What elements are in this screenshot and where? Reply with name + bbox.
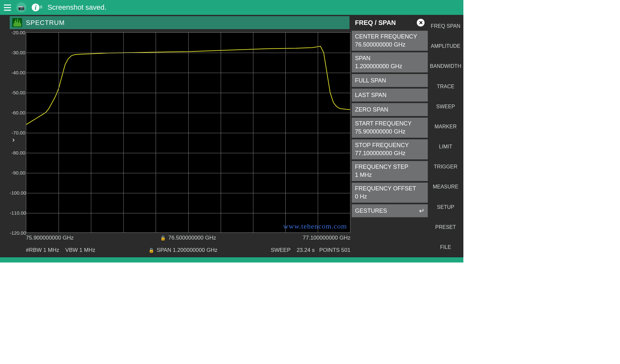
panel-item-center-frequency[interactable]: CENTER FREQUENCY 76.500000000 GHz: [352, 31, 428, 51]
label: FULL SPAN: [355, 77, 386, 84]
panel-item-zero-span[interactable]: ZERO SPAN: [352, 103, 428, 116]
plot[interactable]: www.tehencom.com: [26, 32, 350, 233]
y-tick: -70.00: [10, 130, 25, 135]
y-tick: -60.00: [10, 110, 25, 115]
label: ZERO SPAN: [355, 106, 388, 113]
label: SPAN: [355, 55, 425, 62]
spectrum-icon: [12, 18, 22, 27]
y-tick: -80.00: [10, 150, 25, 155]
panel-title: FREQ / SPAN: [355, 19, 396, 27]
info-badge[interactable]: i 6: [32, 4, 42, 11]
value: 1.200000000 GHz: [355, 63, 425, 70]
panel-item-frequency-step[interactable]: FREQUENCY STEP 1 MHz: [352, 161, 428, 181]
chart-title-bar: SPECTRUM: [10, 16, 349, 29]
panel-item-gestures[interactable]: GESTURES ↵: [352, 204, 428, 217]
bottom-bar: [0, 257, 463, 262]
panel-item-stop-frequency[interactable]: STOP FREQUENCY 77.100000000 GHz: [352, 139, 428, 159]
menu-item-measure[interactable]: MEASURE: [428, 181, 463, 193]
screenshot-button[interactable]: 📷: [16, 2, 27, 13]
toast-message: Screenshot saved.: [48, 3, 106, 12]
x-axis-labels: 75.900000000 GHz 🔒 76.500000000 GHz 77.1…: [26, 235, 350, 241]
menu-item-setup[interactable]: SETUP: [428, 201, 463, 213]
label: CENTER FREQUENCY: [355, 33, 425, 40]
menu-item-sweep[interactable]: SWEEP: [428, 101, 463, 113]
status-sweep-points: SWEEP 23.24 s POINTS 501: [271, 247, 350, 253]
y-tick: -40.00: [10, 70, 25, 75]
camera-icon: 📷: [18, 5, 25, 11]
value: 75.900000000 GHz: [355, 128, 425, 135]
y-tick: -120.00: [10, 230, 25, 236]
menu-item-freq-span[interactable]: FREQ SPAN: [428, 20, 463, 32]
enter-icon: ↵: [419, 207, 425, 215]
label: GESTURES: [355, 208, 387, 214]
menu-item-file[interactable]: FILE: [428, 241, 463, 253]
menu-item-bandwidth[interactable]: BANDWIDTH: [428, 60, 463, 72]
panel-item-span[interactable]: SPAN 1.200000000 GHz: [352, 52, 428, 72]
panel-header: FREQ / SPAN ✕: [352, 16, 428, 29]
freq-span-panel: FREQ / SPAN ✕ CENTER FREQUENCY 76.500000…: [352, 16, 428, 257]
panel-item-start-frequency[interactable]: START FREQUENCY 75.900000000 GHz: [352, 118, 428, 138]
status-span: SPAN 1.200000000 GHz: [157, 247, 217, 253]
x-stop: 77.100000000 GHz: [303, 235, 350, 241]
status-rbw-vbw: #RBW 1 MHz VBW 1 MHz: [26, 247, 95, 253]
y-tick: -110.00: [10, 210, 25, 216]
value: 1 MHz: [355, 172, 425, 178]
chart-title: SPECTRUM: [26, 19, 65, 27]
y-tick: -100.00: [10, 190, 25, 196]
menu-icon[interactable]: [4, 5, 11, 11]
y-tick: -20.00: [10, 30, 25, 35]
label: FREQUENCY STEP: [355, 164, 425, 170]
info-icon: i: [32, 4, 39, 11]
menu-item-amplitude[interactable]: AMPLITUDE: [428, 40, 463, 52]
info-count: 6: [40, 5, 42, 9]
menu-item-limit[interactable]: LIMIT: [428, 141, 463, 153]
label: FREQUENCY OFFSET: [355, 185, 425, 192]
lock-icon: 🔒: [149, 248, 154, 253]
app-root: 📷 i 6 Screenshot saved. SPECTRUM FREQ SP…: [0, 0, 463, 262]
top-bar: 📷 i 6 Screenshot saved.: [0, 0, 463, 15]
label: START FREQUENCY: [355, 120, 425, 127]
label: STOP FREQUENCY: [355, 142, 425, 149]
menu-item-marker[interactable]: MARKER: [428, 121, 463, 133]
watermark: www.tehencom.com: [283, 222, 347, 230]
close-icon[interactable]: ✕: [417, 19, 425, 27]
chart-area: › www.tehencom.com 75.900000000 GHz 🔒 76…: [10, 32, 352, 240]
chevron-right-icon[interactable]: ›: [12, 136, 15, 144]
panel-item-full-span[interactable]: FULL SPAN: [352, 74, 428, 87]
menu-item-trigger[interactable]: TRIGGER: [428, 161, 463, 173]
menu-item-trace[interactable]: TRACE: [428, 80, 463, 93]
panel-item-frequency-offset[interactable]: FREQUENCY OFFSET 0 Hz: [352, 183, 428, 203]
panel-item-last-span[interactable]: LAST SPAN: [352, 89, 428, 102]
y-tick: -50.00: [10, 90, 25, 95]
value: 77.100000000 GHz: [355, 150, 425, 157]
label: LAST SPAN: [355, 92, 386, 99]
right-menu: FREQ SPAN AMPLITUDE BANDWIDTH TRACE SWEE…: [428, 16, 463, 257]
x-start: 75.900000000 GHz: [26, 235, 73, 241]
lock-icon: 🔒: [160, 235, 166, 241]
value: 0 Hz: [355, 193, 425, 200]
value: 76.500000000 GHz: [355, 41, 425, 48]
menu-item-preset[interactable]: PRESET: [428, 221, 463, 233]
x-center: 76.500000000 GHz: [168, 235, 216, 241]
y-tick: -30.00: [10, 50, 25, 55]
status-row: #RBW 1 MHz VBW 1 MHz 🔒 SPAN 1.200000000 …: [26, 247, 350, 253]
y-tick: -90.00: [10, 170, 25, 176]
